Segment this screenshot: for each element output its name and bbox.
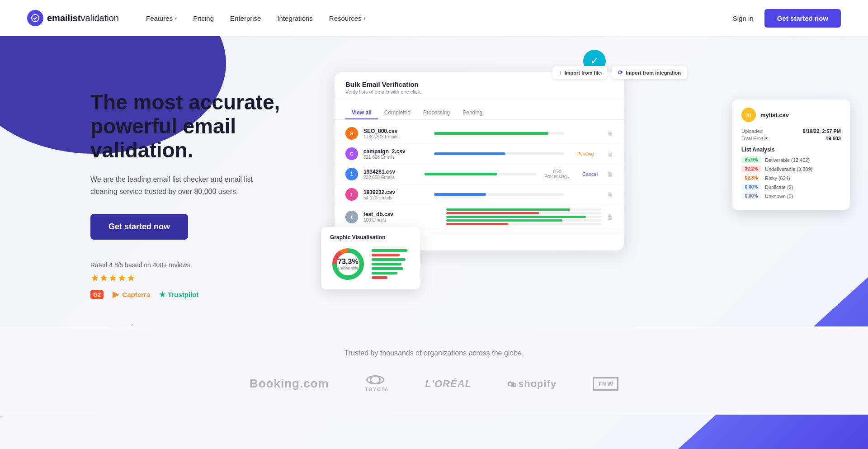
capterra-logo: ▶ Capterra bbox=[113, 289, 150, 299]
viz-card: Graphic Visualisation 73,3% Deliverable bbox=[321, 227, 420, 289]
row-info: campaign_2.csv 321,628 Emails bbox=[363, 148, 429, 160]
list-item: 0.00% Duplicate (2) bbox=[741, 184, 841, 190]
bar-row bbox=[446, 223, 601, 225]
import-from-integration-button[interactable]: ⟳ Import from integration bbox=[612, 66, 687, 79]
tab-view-all[interactable]: View all bbox=[345, 107, 378, 119]
total-label: Total Emails bbox=[741, 136, 768, 141]
tab-processing[interactable]: Processing bbox=[417, 107, 456, 119]
viz-bar bbox=[372, 254, 400, 256]
row-bar-fill bbox=[425, 173, 497, 175]
viz-bar bbox=[372, 267, 403, 270]
cancel-button[interactable]: Cancel bbox=[579, 171, 601, 177]
card-subtitle: Verify lists of emails with one click. bbox=[345, 89, 613, 95]
undeliverable-label: Undeliverable (3,289) bbox=[765, 166, 812, 172]
card-rows: S SEO_800.csv 1,062,303 Emails 🗑 bbox=[335, 120, 624, 233]
row-info: 1939232.csv 54,120 Emails bbox=[363, 189, 429, 200]
booking-logo: Booking.com bbox=[250, 377, 329, 391]
hero-description: We are the leading email list checker an… bbox=[90, 173, 271, 198]
analysis-meta-row: Uploaded 9/19/22, 2:57 PM bbox=[741, 128, 841, 134]
nav-link-enterprise[interactable]: Enterprise bbox=[230, 14, 261, 22]
delete-icon[interactable]: 🗑 bbox=[607, 213, 613, 221]
donut-percentage: 73,3% bbox=[338, 258, 358, 266]
trustpilot-logo: ★ Trustpilot bbox=[159, 290, 198, 299]
donut-chart: 73,3% Deliverable bbox=[330, 246, 366, 282]
integration-icon: ⟳ bbox=[618, 69, 623, 76]
import-buttons: ↑ Import from file ⟳ Import from integra… bbox=[552, 66, 687, 79]
viz-bar bbox=[372, 258, 406, 261]
sign-in-button[interactable]: Sign in bbox=[733, 14, 754, 22]
logo[interactable]: emailistvalidation bbox=[27, 10, 119, 26]
row-info: test_db.csv 100 Emails bbox=[363, 211, 441, 222]
review-logos: G2 ▶ Capterra ★ Trustpilot bbox=[90, 289, 298, 299]
undeliverable-badge: 32.2% bbox=[741, 165, 761, 172]
shopify-logo: 🛍shopify bbox=[508, 378, 557, 390]
row-icon: 1 bbox=[345, 188, 358, 201]
nav-link-features[interactable]: Features▾ bbox=[146, 14, 177, 22]
bar-row bbox=[446, 208, 601, 211]
delete-icon[interactable]: 🗑 bbox=[607, 191, 613, 198]
row-count: 1,062,303 Emails bbox=[363, 134, 429, 139]
file-details: mylist.csv bbox=[760, 112, 789, 118]
table-row: t test_db.csv 100 Emails 🗑 bbox=[335, 205, 624, 229]
viz-bar bbox=[372, 249, 407, 252]
svg-point-0 bbox=[32, 14, 39, 22]
uploaded-label: Uploaded bbox=[741, 128, 763, 134]
donut-chart-wrap: 73,3% Deliverable bbox=[330, 246, 411, 282]
table-row: S SEO_800.csv 1,062,303 Emails 🗑 bbox=[335, 123, 624, 144]
row-bar-fill bbox=[434, 132, 548, 135]
hero-section: ✓ The most accurate, powerful email vali… bbox=[0, 0, 868, 449]
list-item: 65.9% Deliverable (12,402) bbox=[741, 156, 841, 163]
list-item: 0.00% Unknown (0) bbox=[741, 193, 841, 199]
row-name: 1939232.csv bbox=[363, 189, 429, 195]
delete-icon[interactable]: 🗑 bbox=[607, 130, 613, 137]
donut-label: 73,3% Deliverable bbox=[338, 258, 358, 270]
logo-text: emailistvalidation bbox=[47, 13, 119, 24]
nav-get-started-button[interactable]: Get started now bbox=[764, 9, 841, 28]
row-info: SEO_800.csv 1,062,303 Emails bbox=[363, 128, 429, 139]
deliverable-label: Deliverable (12,402) bbox=[765, 157, 810, 163]
navigation: emailistvalidation Features▾ Pricing Ent… bbox=[0, 0, 868, 36]
row-count: 100 Emails bbox=[363, 217, 441, 222]
row-progress-bar bbox=[425, 173, 536, 175]
features-chevron: ▾ bbox=[175, 16, 177, 21]
nav-actions: Sign in Get started now bbox=[733, 9, 841, 28]
import-from-file-button[interactable]: ↑ Import from file bbox=[552, 66, 607, 79]
unknown-label: Unknown (0) bbox=[765, 194, 793, 199]
nav-link-pricing[interactable]: Pricing bbox=[193, 14, 214, 22]
bar-fill-green bbox=[446, 219, 562, 222]
row-progress-bar bbox=[434, 152, 564, 155]
row-name: campaign_2.csv bbox=[363, 148, 429, 155]
row-name: 1934281.csv bbox=[363, 169, 419, 175]
row-bar-fill bbox=[434, 193, 486, 196]
nav-links: Features▾ Pricing Enterprise Integration… bbox=[146, 14, 733, 22]
table-row: C campaign_2.csv 321,628 Emails Pending … bbox=[335, 144, 624, 164]
hero-cta-button[interactable]: Get started now bbox=[90, 214, 188, 240]
delete-icon[interactable]: 🗑 bbox=[607, 170, 613, 178]
row-bar-fill bbox=[434, 152, 505, 155]
nav-link-resources[interactable]: Resources▾ bbox=[329, 14, 366, 22]
tab-pending[interactable]: Pending bbox=[456, 107, 489, 119]
delete-icon[interactable]: 🗑 bbox=[607, 150, 613, 157]
toyota-logo: TOYOTA bbox=[365, 375, 389, 392]
tab-completed[interactable]: Completed bbox=[378, 107, 417, 119]
list-item: 02.3% Risky (624) bbox=[741, 175, 841, 181]
duplicate-badge: 0.00% bbox=[741, 184, 761, 190]
g2-logo: G2 bbox=[90, 290, 104, 299]
bar-fill-green bbox=[446, 208, 570, 211]
bar-row bbox=[446, 216, 601, 218]
trusted-section: Trusted by thousands of organizations ac… bbox=[0, 326, 868, 415]
row-status: Pending bbox=[570, 151, 601, 156]
bar-row bbox=[446, 212, 601, 214]
multi-bars bbox=[446, 208, 601, 225]
hero-title: The most accurate, powerful email valida… bbox=[90, 90, 298, 162]
analysis-card: m mylist.csv Uploaded 9/19/22, 2:57 PM T… bbox=[732, 99, 850, 210]
risky-label: Risky (624) bbox=[765, 175, 790, 181]
viz-bar bbox=[372, 272, 397, 274]
resources-chevron: ▾ bbox=[363, 16, 366, 21]
row-icon: t bbox=[345, 211, 358, 223]
row-name: SEO_800.csv bbox=[363, 128, 429, 134]
row-count: 232,658 Emails bbox=[363, 175, 419, 180]
nav-link-integrations[interactable]: Integrations bbox=[277, 14, 312, 22]
card-tabs: View all Completed Processing Pending bbox=[335, 101, 624, 120]
row-info: 1934281.csv 232,658 Emails bbox=[363, 169, 419, 180]
